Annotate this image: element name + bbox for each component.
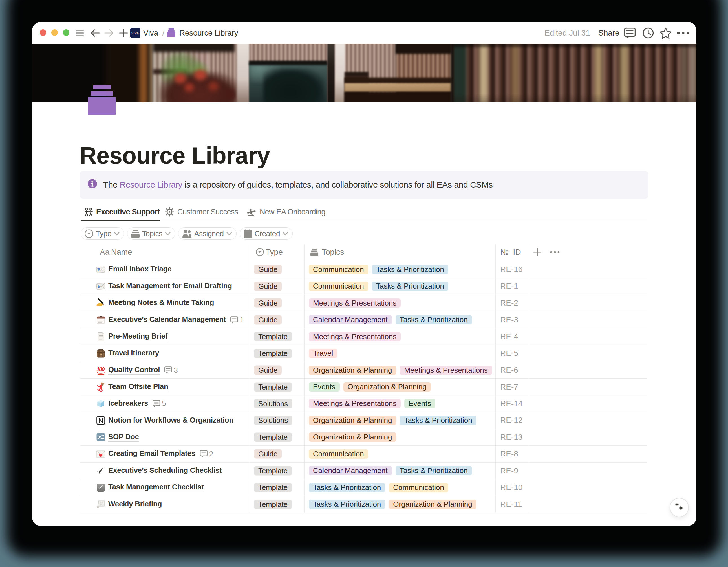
svg-text:E: E	[97, 284, 100, 289]
svg-text:VIVA: VIVA	[131, 32, 139, 35]
svg-text:100: 100	[96, 366, 105, 372]
svg-text:E: E	[97, 267, 100, 272]
